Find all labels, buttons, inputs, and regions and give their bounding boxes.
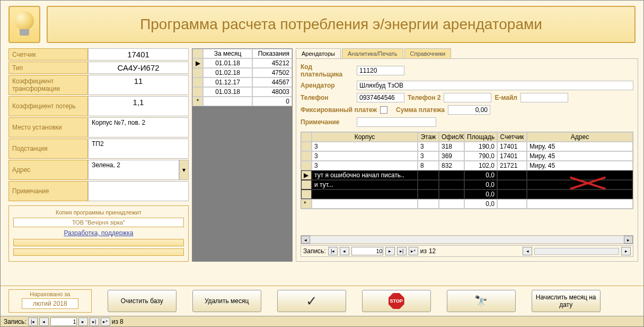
app-title: Программа расчета потребления э/энергии … (140, 16, 542, 33)
value-type[interactable]: СА4У-И672 (88, 62, 189, 74)
address-dropdown-icon[interactable]: ▾ (179, 160, 189, 180)
nav-new-icon[interactable]: ▸* (101, 317, 110, 326)
decor-bar-2 (13, 248, 184, 256)
value-address[interactable]: Зелена, 2 (88, 160, 179, 180)
readings-new-row[interactable]: * 0 (192, 97, 292, 106)
value-meter[interactable]: 17401 (88, 48, 189, 61)
stop-icon: STOP (389, 293, 404, 309)
label-payer: Код плательщика (301, 63, 354, 78)
label-phone2: Телефон 2 (408, 94, 440, 101)
value-coef-loss[interactable]: 1,1 (88, 96, 189, 116)
label-email: Е-майл (495, 94, 517, 101)
readings-row[interactable]: 01.03.18 48003 (192, 87, 292, 97)
copyright-box: Копия программы принадлежит ТОВ "Вечірня… (8, 205, 189, 262)
nav-first-icon[interactable]: |◂ (328, 247, 338, 255)
row-selector-icon: ▶ (301, 170, 312, 180)
label-coef-loss: Коэффициент потерь (8, 96, 88, 116)
input-tnote[interactable] (357, 117, 436, 127)
nav-last-icon[interactable]: ▸| (90, 317, 99, 326)
nav-prev-icon[interactable]: ◂ (39, 317, 49, 326)
new-row-icon: * (192, 97, 203, 106)
app-title-bar: Программа расчета потребления э/энергии … (47, 6, 636, 43)
nav-next-icon[interactable]: ▸ (78, 317, 88, 326)
table-row[interactable]: 33369790,017401Миру, 45 (301, 151, 633, 161)
label-sum: Сумма платежа (396, 106, 445, 114)
readings-header-month: За месяц (203, 49, 252, 58)
label-coef-trans: Коэффициент трансформации (8, 75, 88, 95)
label-substation: Подстанция (8, 139, 88, 159)
binoculars-icon: 🔭 (474, 295, 488, 307)
nav-next-icon[interactable]: ▸ (385, 247, 395, 255)
nav-new-icon[interactable]: ▸* (409, 247, 418, 255)
delete-month-button[interactable]: Удалить месяц (192, 290, 261, 312)
tenant-record-nav: Запись: |◂ ◂ ▸ ▸| ▸* из 12 ◂ ▸ (301, 245, 633, 257)
input-email[interactable] (521, 93, 568, 102)
label-location: Место установки (8, 117, 88, 137)
input-tenant[interactable] (357, 81, 633, 90)
tenant-table[interactable]: Корпус Этаж Офис/К Площадь Счетчик Адрес… (301, 132, 633, 209)
nav-prev-icon[interactable]: ◂ (340, 247, 349, 255)
readings-row[interactable]: ▶ 01.01.18 45212 (192, 58, 292, 68)
input-phone[interactable] (357, 93, 404, 102)
label-meter: Счетчик (8, 48, 88, 61)
nav-last-icon[interactable]: ▸| (397, 247, 407, 255)
search-button[interactable]: 🔭 (447, 290, 516, 312)
input-sum[interactable] (448, 105, 490, 115)
label-phone: Телефон (301, 94, 354, 101)
label-tnote: Примечание (301, 118, 354, 126)
label-address: Адрес (8, 160, 88, 180)
table-row-error[interactable]: ▶ тут я ошибочно начал писать..0,0 (301, 170, 633, 180)
label-tenant: Арендатор (301, 82, 354, 89)
tab-refs[interactable]: Справочники (404, 48, 452, 58)
stop-button[interactable]: STOP (362, 290, 431, 312)
support-link[interactable]: Разработка, поддержка (13, 229, 184, 237)
readings-header-value: Показания (252, 49, 292, 58)
scroll-right-icon[interactable]: ▸ (621, 247, 631, 255)
table-row-error[interactable]: и тут...0,0 (301, 180, 633, 190)
checkbox-fixed[interactable] (380, 106, 387, 114)
decor-bar-1 (13, 239, 184, 246)
nav-first-icon[interactable]: |◂ (28, 317, 38, 326)
value-coef-trans[interactable]: 11 (88, 75, 189, 95)
app-logo (8, 6, 40, 43)
value-substation[interactable]: ТП2 (88, 139, 189, 159)
table-hscroll[interactable]: ◂ ▸ (301, 235, 633, 244)
readings-row[interactable]: 01.12.17 44567 (192, 78, 292, 87)
value-note[interactable] (88, 181, 189, 201)
value-location[interactable]: Корпус №7, пов. 2 (88, 117, 189, 137)
scroll-left-icon[interactable]: ◂ (523, 247, 532, 255)
input-phone2[interactable] (444, 93, 491, 102)
table-row-error[interactable]: 0,0 (301, 190, 633, 199)
status-current-input[interactable] (50, 317, 77, 326)
readings-grid[interactable]: За месяц Показания ▶ 01.01.18 45212 01.0… (192, 48, 293, 262)
status-bar: Запись: |◂ ◂ ▸ ▸| ▸* из 8 (1, 316, 643, 326)
row-selector-icon[interactable]: ▶ (192, 58, 203, 68)
clear-db-button[interactable]: Очистить базу (108, 290, 177, 312)
copyright-owner: ТОВ "Вечірня зірка" (13, 218, 184, 227)
label-fixed: Фиксированный платеж (301, 106, 377, 114)
nav-current-input[interactable] (351, 247, 383, 255)
copyright-legend: Копия программы принадлежит (13, 209, 184, 216)
charged-period-value: лютий 2018 (22, 298, 78, 309)
table-row[interactable]: 33318190,017401Миру, 45 (301, 142, 633, 151)
tab-tenants[interactable]: Арендаторы (296, 48, 341, 58)
charged-period-box: Нараховано за лютий 2018 (8, 289, 92, 313)
label-type: Тип (8, 62, 88, 74)
new-row-icon: * (301, 199, 312, 209)
table-row[interactable]: 38832102,021721Миру, 45 (301, 161, 633, 170)
check-icon: ✓ (306, 293, 317, 309)
calc-month-button[interactable]: Начислить месяц на дату (532, 290, 601, 312)
table-row-new[interactable]: * 0,0 (301, 199, 633, 209)
scroll-left-icon[interactable]: ◂ (301, 236, 310, 244)
input-payer[interactable] (357, 66, 404, 75)
tab-analytics[interactable]: Аналитика/Печать (342, 48, 403, 58)
confirm-button[interactable]: ✓ (277, 290, 346, 312)
scroll-right-icon[interactable]: ▸ (624, 236, 633, 244)
label-note: Примечание (8, 181, 88, 201)
readings-row[interactable]: 01.02.18 47502 (192, 68, 292, 78)
